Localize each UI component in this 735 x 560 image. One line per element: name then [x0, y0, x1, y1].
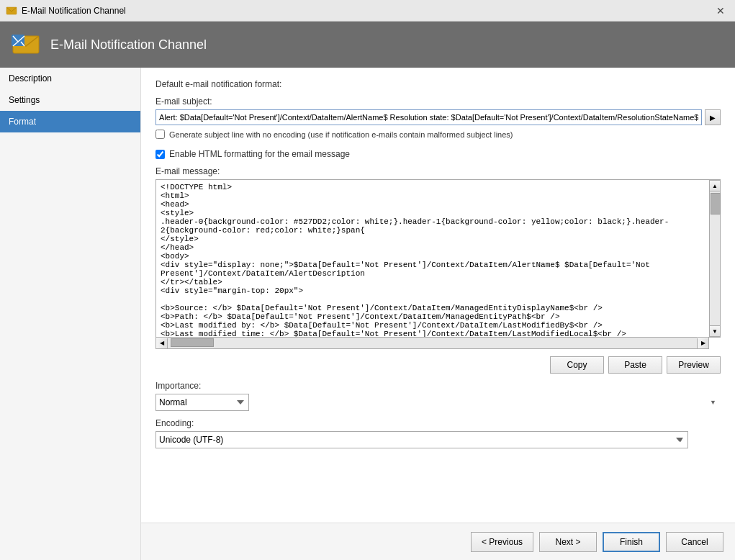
- vertical-scrollbar[interactable]: ▲ ▼: [709, 179, 721, 338]
- content-area: Default e-mail notification format: E-ma…: [141, 68, 735, 560]
- encoding-select-wrapper: Unicode (UTF-8) ASCII UTF-16: [155, 431, 688, 448]
- scroll-track-vert: [710, 191, 720, 325]
- sidebar: Description Settings Format: [0, 68, 141, 560]
- encoding-label: Encoding:: [155, 418, 721, 428]
- footer: < Previous Next > Finish Cancel: [141, 523, 735, 560]
- close-button[interactable]: ✕: [712, 2, 729, 19]
- no-encoding-checkbox-row: Generate subject line with no encoding (…: [155, 130, 721, 139]
- message-area-container: <!DOCTYPE html> <html> <head> <style> .h…: [155, 179, 721, 349]
- importance-select-wrapper: Low Normal High: [155, 394, 721, 411]
- sidebar-item-settings[interactable]: Settings: [0, 89, 140, 111]
- email-subject-input[interactable]: [155, 109, 702, 125]
- email-subject-arrow-button[interactable]: ▶: [705, 109, 721, 125]
- preview-button[interactable]: Preview: [667, 356, 721, 374]
- html-formatting-checkbox-row: Enable HTML formatting for the email mes…: [155, 149, 721, 159]
- scroll-up-btn[interactable]: ▲: [709, 180, 721, 191]
- app-header: E-Mail Notification Channel: [0, 22, 735, 68]
- encoding-select[interactable]: Unicode (UTF-8) ASCII UTF-16: [155, 431, 688, 448]
- no-encoding-checkbox[interactable]: [155, 130, 165, 139]
- next-button[interactable]: Next >: [539, 532, 597, 552]
- html-formatting-checkbox[interactable]: [155, 150, 165, 159]
- encoding-row: Encoding: Unicode (UTF-8) ASCII UTF-16: [155, 418, 721, 448]
- title-bar: E-Mail Notification Channel ✕: [0, 0, 735, 22]
- section-label: Default e-mail notification format:: [155, 79, 721, 89]
- copy-button[interactable]: Copy: [550, 356, 604, 374]
- hscroll-thumb[interactable]: [171, 338, 214, 347]
- header-icon: [12, 30, 40, 59]
- email-message-label: E-mail message:: [155, 166, 721, 176]
- hscroll-right-btn[interactable]: ▶: [697, 338, 708, 348]
- scroll-thumb-vert[interactable]: [711, 193, 721, 214]
- title-bar-title: E-Mail Notification Channel: [22, 6, 126, 16]
- importance-select[interactable]: Low Normal High: [155, 394, 249, 411]
- message-area-row: <!DOCTYPE html> <html> <head> <style> .h…: [155, 179, 721, 338]
- sidebar-item-description[interactable]: Description: [0, 68, 140, 89]
- action-buttons-row: Copy Paste Preview: [155, 356, 721, 374]
- no-encoding-label[interactable]: Generate subject line with no encoding (…: [169, 130, 513, 139]
- main-content: Description Settings Format Default e-ma…: [0, 68, 735, 560]
- hscroll-left-btn[interactable]: ◀: [156, 338, 168, 348]
- content-inner: Default e-mail notification format: E-ma…: [141, 68, 735, 523]
- email-message-textarea[interactable]: <!DOCTYPE html> <html> <head> <style> .h…: [155, 179, 709, 338]
- finish-button[interactable]: Finish: [603, 532, 660, 552]
- email-subject-row: ▶: [155, 109, 721, 125]
- importance-row: Importance: Low Normal High: [155, 381, 721, 411]
- header-title: E-Mail Notification Channel: [50, 37, 207, 53]
- cancel-button[interactable]: Cancel: [666, 532, 723, 552]
- horizontal-scrollbar[interactable]: ◀ ▶: [155, 338, 709, 349]
- paste-button[interactable]: Paste: [608, 356, 662, 374]
- previous-button[interactable]: < Previous: [471, 532, 533, 552]
- sidebar-item-format[interactable]: Format: [0, 111, 140, 132]
- title-bar-left: E-Mail Notification Channel: [6, 5, 126, 17]
- email-subject-label: E-mail subject:: [155, 96, 721, 107]
- scroll-down-btn[interactable]: ▼: [709, 325, 721, 337]
- app-icon: [6, 5, 17, 17]
- html-formatting-label[interactable]: Enable HTML formatting for the email mes…: [169, 149, 350, 159]
- importance-label: Importance:: [155, 381, 721, 391]
- hscroll-track: [168, 338, 697, 348]
